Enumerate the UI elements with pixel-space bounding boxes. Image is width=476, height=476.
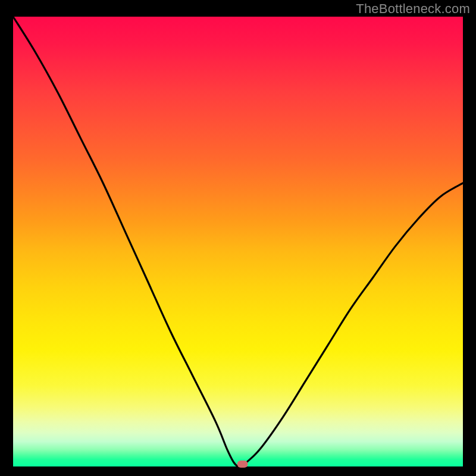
plot-area bbox=[13, 17, 463, 466]
bottleneck-curve bbox=[13, 17, 463, 467]
curve-svg bbox=[13, 17, 463, 466]
watermark-label: TheBottleneck.com bbox=[356, 1, 470, 17]
minimum-marker bbox=[237, 461, 248, 468]
chart-frame: TheBottleneck.com bbox=[0, 0, 476, 476]
